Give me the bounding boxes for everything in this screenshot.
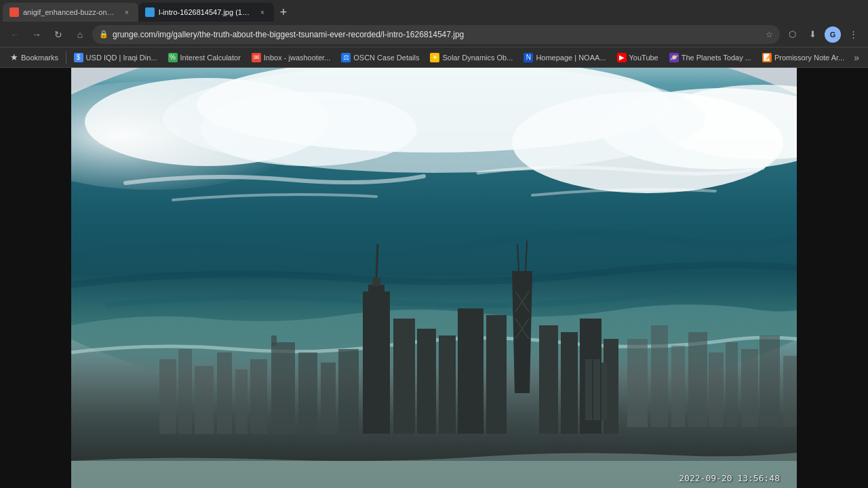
wave-scene: 2022-09-20 13:56:48: [71, 68, 797, 488]
refresh-button[interactable]: ↻: [49, 25, 68, 44]
svg-rect-22: [217, 352, 232, 434]
tab-2[interactable]: l-intro-1626814547.jpg (1600×9... ×: [138, 3, 274, 22]
svg-rect-21: [195, 366, 214, 434]
svg-rect-27: [298, 352, 317, 434]
main-image: 2022-09-20 13:56:48: [71, 68, 797, 488]
bookmarks-more-button[interactable]: »: [850, 50, 863, 65]
bookmark-inbox[interactable]: ✉ Inbox - jwashooter...: [247, 51, 335, 64]
forward-button[interactable]: →: [27, 25, 46, 44]
address-bar-icons: ☆: [766, 30, 773, 39]
nav-right-icons: ⬡ ⬇ G ⋮: [783, 25, 863, 44]
svg-rect-10: [627, 339, 648, 427]
svg-rect-17: [760, 336, 780, 427]
svg-point-9: [163, 68, 705, 173]
svg-rect-11: [651, 325, 668, 427]
svg-rect-32: [372, 278, 380, 286]
content-area: 2022-09-20 13:56:48: [0, 68, 868, 488]
bookmark-youtube[interactable]: ▶ YouTube: [612, 51, 663, 64]
bookmark-noaa[interactable]: N Homepage | NOAA...: [519, 51, 610, 64]
bookmark-planets[interactable]: 🪐 The Planets Today ...: [665, 51, 756, 64]
bookmark-promissory[interactable]: 📝 Promissory Note Ar...: [757, 51, 849, 64]
bookmark-divider: [66, 52, 66, 64]
svg-rect-31: [368, 285, 384, 297]
home-button[interactable]: ⌂: [71, 25, 90, 44]
svg-rect-18: [783, 356, 797, 427]
tab-2-close[interactable]: ×: [258, 7, 267, 17]
svg-rect-38: [486, 315, 507, 434]
tab-1-favicon: [9, 7, 19, 17]
back-button[interactable]: ←: [5, 25, 24, 44]
extensions-button[interactable]: ⬡: [783, 25, 802, 44]
svg-rect-15: [726, 342, 738, 427]
bookmark-interest-calc[interactable]: % Interest Calculator: [163, 51, 245, 64]
svg-rect-50: [593, 359, 600, 420]
svg-rect-19: [159, 359, 176, 434]
svg-rect-24: [250, 359, 267, 434]
profile-button[interactable]: G: [823, 25, 842, 44]
svg-rect-28: [321, 363, 336, 434]
downloads-button[interactable]: ⬇: [803, 25, 822, 44]
tab-1-close[interactable]: ×: [122, 7, 132, 17]
tab-1-title: anigif_enhanced-buzz-ong-839...: [23, 8, 118, 16]
nav-bar: ← → ↻ ⌂ 🔒 grunge.com/img/gallery/the-tru…: [0, 22, 868, 47]
right-letterbox: [797, 68, 868, 488]
svg-rect-34: [393, 319, 415, 434]
bookmark-usd-iqd[interactable]: $ USD IQD | Iraqi Din...: [69, 51, 162, 64]
svg-rect-35: [417, 329, 436, 434]
menu-button[interactable]: ⋮: [844, 25, 863, 44]
svg-rect-37: [458, 308, 484, 434]
svg-rect-12: [671, 346, 685, 427]
timestamp-text: 2022-09-20 13:56:48: [679, 473, 780, 483]
bookmark-solar[interactable]: ☀ Solar Dynamics Ob...: [425, 51, 517, 64]
svg-rect-49: [585, 359, 592, 420]
svg-rect-29: [338, 349, 359, 434]
tab-1[interactable]: anigif_enhanced-buzz-ong-839... ×: [3, 3, 138, 22]
svg-rect-51: [601, 363, 607, 420]
svg-rect-46: [561, 332, 578, 434]
svg-rect-45: [539, 325, 558, 434]
bookmark-oscn[interactable]: ⚖ OSCN Case Details: [336, 51, 424, 64]
bookmarks-bar: ★ Bookmarks $ USD IQD | Iraqi Din... % I…: [0, 47, 868, 68]
svg-rect-25: [271, 342, 295, 434]
title-bar: anigif_enhanced-buzz-ong-839... × l-intr…: [0, 0, 868, 22]
url-display: grunge.com/img/gallery/the-truth-about-t…: [113, 30, 762, 39]
svg-rect-36: [439, 336, 456, 434]
svg-rect-16: [741, 349, 758, 427]
svg-rect-20: [178, 349, 192, 434]
lock-icon: 🔒: [99, 30, 108, 39]
svg-rect-26: [271, 336, 277, 346]
left-letterbox: [0, 68, 71, 488]
tabs-container: anigif_enhanced-buzz-ong-839... × l-intr…: [3, 0, 865, 22]
address-bar[interactable]: 🔒 grunge.com/img/gallery/the-truth-about…: [92, 25, 780, 44]
bookmark-star-icon[interactable]: ☆: [766, 30, 773, 39]
tab-2-favicon: [145, 7, 155, 17]
svg-rect-13: [688, 332, 707, 427]
avatar[interactable]: G: [825, 26, 841, 43]
svg-rect-14: [709, 352, 724, 427]
svg-line-33: [376, 244, 378, 278]
new-tab-button[interactable]: +: [274, 3, 293, 22]
tab-2-title: l-intro-1626814547.jpg (1600×9...: [159, 8, 254, 16]
svg-rect-30: [363, 291, 390, 434]
svg-rect-23: [235, 369, 248, 434]
bookmark-manager[interactable]: ★ Bookmarks: [5, 50, 63, 64]
